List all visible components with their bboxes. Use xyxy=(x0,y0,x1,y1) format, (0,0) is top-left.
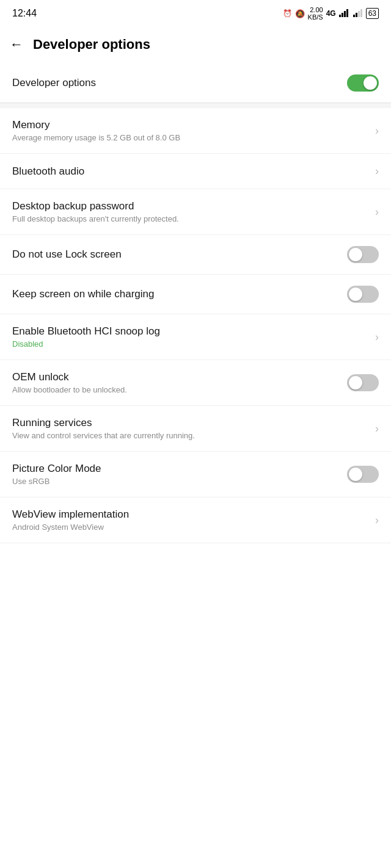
memory-title: Memory xyxy=(12,119,369,131)
memory-item[interactable]: Memory Average memory usage is 5.2 GB ou… xyxy=(0,108,391,154)
memory-chevron: › xyxy=(375,125,379,137)
page-title: Developer options xyxy=(33,37,150,52)
picture-color-mode-title: Picture Color Mode xyxy=(12,463,347,475)
lock-screen-title: Do not use Lock screen xyxy=(12,248,347,261)
keep-screen-on-row[interactable]: Keep screen on while charging xyxy=(0,275,391,314)
webview-chevron: › xyxy=(375,514,379,527)
oem-unlock-row[interactable]: OEM unlock Allow bootloader to be unlock… xyxy=(0,360,391,406)
bluetooth-hci-item[interactable]: Enable Bluetooth HCI snoop log Disabled … xyxy=(0,314,391,360)
oem-unlock-toggle-thumb xyxy=(349,376,362,389)
desktop-backup-content: Desktop backup password Full desktop bac… xyxy=(12,200,369,223)
svg-rect-5 xyxy=(356,13,357,17)
data-speed: 2.00KB/S xyxy=(308,6,323,21)
svg-rect-3 xyxy=(346,9,348,17)
bluetooth-audio-title: Bluetooth audio xyxy=(12,165,369,178)
running-services-content: Running services View and control servic… xyxy=(12,417,369,440)
webview-item[interactable]: WebView implementation Android System We… xyxy=(0,497,391,543)
status-time: 12:44 xyxy=(12,8,37,19)
picture-color-mode-subtitle: Use sRGB xyxy=(12,477,347,486)
bluetooth-audio-item[interactable]: Bluetooth audio › xyxy=(0,154,391,189)
keep-screen-on-content: Keep screen on while charging xyxy=(12,288,347,300)
running-services-chevron: › xyxy=(375,422,379,435)
mute-icon: 🔕 xyxy=(295,9,305,18)
running-services-subtitle: View and control services that are curre… xyxy=(12,431,369,440)
developer-options-label: Developer options xyxy=(12,77,96,89)
lock-screen-content: Do not use Lock screen xyxy=(12,248,347,261)
picture-color-mode-row[interactable]: Picture Color Mode Use sRGB xyxy=(0,452,391,497)
oem-unlock-title: OEM unlock xyxy=(12,371,347,383)
signal2-icon xyxy=(353,9,363,19)
oem-unlock-content: OEM unlock Allow bootloader to be unlock… xyxy=(12,371,347,394)
developer-options-toggle[interactable] xyxy=(347,74,379,92)
picture-color-mode-content: Picture Color Mode Use sRGB xyxy=(12,463,347,486)
bluetooth-hci-subtitle: Disabled xyxy=(12,339,369,349)
oem-unlock-toggle[interactable] xyxy=(347,374,379,391)
developer-options-toggle-row[interactable]: Developer options xyxy=(0,63,391,103)
bluetooth-hci-content: Enable Bluetooth HCI snoop log Disabled xyxy=(12,325,369,349)
back-button[interactable]: ← xyxy=(10,37,23,52)
desktop-backup-chevron: › xyxy=(375,206,379,219)
desktop-backup-item[interactable]: Desktop backup password Full desktop bac… xyxy=(0,189,391,235)
svg-rect-1 xyxy=(342,13,343,17)
svg-rect-4 xyxy=(353,15,355,17)
signal-icon xyxy=(339,9,350,19)
webview-subtitle: Android System WebView xyxy=(12,523,369,532)
status-icons: ⏰ 🔕 2.00KB/S 4G 63 xyxy=(283,6,379,21)
svg-rect-2 xyxy=(344,11,346,17)
desktop-backup-title: Desktop backup password xyxy=(12,200,369,212)
memory-content: Memory Average memory usage is 5.2 GB ou… xyxy=(12,119,369,142)
svg-rect-0 xyxy=(339,15,341,17)
status-bar: 12:44 ⏰ 🔕 2.00KB/S 4G xyxy=(0,0,391,26)
battery-icon: 63 xyxy=(366,8,379,19)
webview-title: WebView implementation xyxy=(12,508,369,521)
desktop-backup-subtitle: Full desktop backups aren't currently pr… xyxy=(12,214,369,223)
oem-unlock-subtitle: Allow bootloader to be unlocked. xyxy=(12,385,347,394)
settings-list: Developer options Memory Average memory … xyxy=(0,63,391,543)
memory-subtitle: Average memory usage is 5.2 GB out of 8.… xyxy=(12,133,369,142)
picture-color-mode-toggle-thumb xyxy=(349,468,362,481)
svg-rect-7 xyxy=(360,9,362,17)
svg-rect-6 xyxy=(358,11,360,17)
keep-screen-on-toggle-thumb xyxy=(349,288,362,301)
alarm-icon: ⏰ xyxy=(283,9,292,18)
section-spacer xyxy=(0,103,391,108)
keep-screen-on-title: Keep screen on while charging xyxy=(12,288,347,300)
lock-screen-toggle-thumb xyxy=(349,248,362,261)
bluetooth-hci-chevron: › xyxy=(375,331,379,344)
running-services-title: Running services xyxy=(12,417,369,429)
lock-screen-row[interactable]: Do not use Lock screen xyxy=(0,235,391,275)
running-services-item[interactable]: Running services View and control servic… xyxy=(0,406,391,452)
network-type-icon: 4G xyxy=(326,9,336,18)
webview-content: WebView implementation Android System We… xyxy=(12,508,369,532)
bluetooth-audio-content: Bluetooth audio xyxy=(12,165,369,178)
bluetooth-audio-chevron: › xyxy=(375,165,379,178)
toggle-thumb xyxy=(364,76,377,90)
picture-color-mode-toggle[interactable] xyxy=(347,466,379,483)
bluetooth-hci-title: Enable Bluetooth HCI snoop log xyxy=(12,325,369,338)
keep-screen-on-toggle[interactable] xyxy=(347,286,379,303)
lock-screen-toggle[interactable] xyxy=(347,246,379,263)
page-header: ← Developer options xyxy=(0,26,391,63)
